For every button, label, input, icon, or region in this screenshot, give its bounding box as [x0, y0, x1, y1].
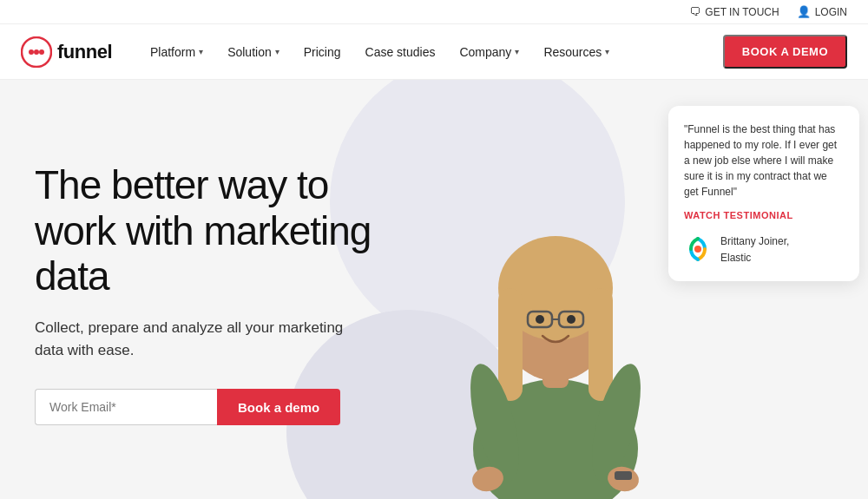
- top-bar: 🗨 GET IN TOUCH 👤 LOGIN: [0, 0, 868, 24]
- nav-items: Platform ▾ Solution ▾ Pricing Case studi…: [140, 38, 723, 66]
- hero-title: The better way to work with marketing da…: [35, 162, 372, 300]
- login-link[interactable]: 👤 LOGIN: [797, 5, 847, 18]
- login-label: LOGIN: [815, 6, 847, 18]
- get-in-touch-label: GET IN TOUCH: [705, 6, 779, 18]
- svg-point-21: [694, 246, 701, 253]
- nav-platform-label: Platform: [150, 45, 195, 59]
- chevron-down-icon: ▾: [275, 47, 279, 56]
- navbar: funnel Platform ▾ Solution ▾ Pricing Cas…: [0, 24, 868, 80]
- nav-item-pricing[interactable]: Pricing: [293, 38, 352, 66]
- watch-testimonial-link[interactable]: WATCH TESTIMONIAL: [684, 210, 844, 220]
- person-illustration: [425, 136, 686, 499]
- nav-item-solution[interactable]: Solution ▾: [217, 38, 290, 66]
- logo[interactable]: funnel: [21, 36, 112, 68]
- nav-item-company[interactable]: Company ▾: [449, 38, 529, 66]
- testimonial-card: "Funnel is the best thing that has happe…: [668, 106, 859, 281]
- svg-rect-9: [589, 288, 613, 401]
- logo-text: funnel: [57, 41, 112, 63]
- hero-subtitle: Collect, prepare and analyze all your ma…: [35, 317, 372, 361]
- svg-point-3: [39, 49, 44, 55]
- book-demo-button[interactable]: Book a demo: [217, 389, 340, 425]
- hero-cta: Book a demo: [35, 389, 372, 425]
- svg-point-2: [34, 49, 39, 55]
- avatar: [684, 235, 712, 263]
- get-in-touch-link[interactable]: 🗨 GET IN TOUCH: [689, 5, 779, 18]
- nav-solution-label: Solution: [227, 45, 272, 59]
- chevron-down-icon: ▾: [515, 47, 519, 56]
- person-name: Brittany Joiner, Elastic: [720, 235, 789, 264]
- person-info: Brittany Joiner, Elastic: [720, 233, 789, 266]
- logo-icon: [21, 36, 52, 68]
- nav-book-demo-button[interactable]: BOOK A DEMO: [723, 35, 847, 69]
- testimonial-quote: "Funnel is the best thing that has happe…: [684, 121, 844, 200]
- nav-item-resources[interactable]: Resources ▾: [533, 38, 620, 66]
- svg-point-1: [29, 49, 34, 55]
- nav-item-case-studies[interactable]: Case studies: [355, 38, 446, 66]
- email-input[interactable]: [35, 389, 217, 425]
- chevron-down-icon: ▾: [199, 47, 203, 56]
- testimonial-person: Brittany Joiner, Elastic: [684, 233, 844, 266]
- nav-resources-label: Resources: [543, 45, 602, 59]
- nav-pricing-label: Pricing: [304, 45, 341, 59]
- hero-left: The better way to work with marketing da…: [0, 80, 399, 499]
- svg-point-14: [567, 315, 575, 324]
- svg-rect-19: [615, 471, 632, 480]
- message-icon: 🗨: [689, 5, 700, 18]
- nav-item-platform[interactable]: Platform ▾: [140, 38, 214, 66]
- hero-section: The better way to work with marketing da…: [0, 80, 868, 499]
- chevron-down-icon: ▾: [605, 47, 609, 56]
- nav-case-studies-label: Case studies: [365, 45, 436, 59]
- user-icon: 👤: [797, 5, 811, 18]
- svg-point-13: [536, 315, 544, 324]
- svg-rect-8: [498, 288, 523, 401]
- nav-company-label: Company: [459, 45, 511, 59]
- hero-right: "Funnel is the best thing that has happe…: [399, 80, 868, 499]
